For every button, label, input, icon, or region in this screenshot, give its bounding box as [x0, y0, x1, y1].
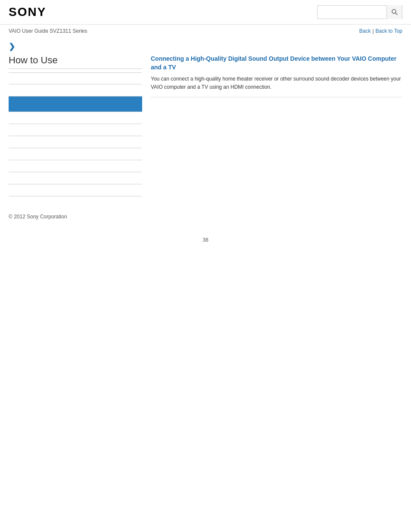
sidebar-item[interactable] — [9, 72, 142, 84]
footer: © 2012 Sony Corporation — [0, 205, 411, 224]
nav-links: Back | Back to Top — [359, 28, 402, 34]
search-box — [317, 5, 402, 19]
sub-header: VAIO User Guide SVZ1311 Series Back | Ba… — [0, 25, 411, 37]
article-content: Connecting a High-Quality Digital Sound … — [151, 42, 402, 196]
back-to-top-link[interactable]: Back to Top — [376, 28, 402, 34]
search-input[interactable] — [318, 6, 386, 19]
sidebar-item[interactable] — [9, 84, 142, 96]
sidebar-item[interactable] — [9, 124, 142, 136]
sidebar-item[interactable] — [9, 184, 142, 196]
sidebar-item[interactable] — [9, 112, 142, 124]
back-link[interactable]: Back — [359, 28, 371, 34]
page-header: SONY — [0, 0, 411, 25]
article-description: You can connect a high-quality home thea… — [151, 75, 402, 91]
search-button[interactable] — [386, 5, 402, 19]
content-divider — [151, 97, 402, 97]
sidebar-item[interactable] — [9, 148, 142, 160]
copyright-text: © 2012 Sony Corporation — [9, 214, 67, 220]
guide-title: VAIO User Guide SVZ1311 Series — [9, 28, 87, 34]
breadcrumb-arrow: ❯ — [9, 42, 142, 51]
search-icon — [391, 9, 398, 16]
sidebar-item[interactable] — [9, 136, 142, 148]
sony-logo: SONY — [9, 5, 46, 19]
page-number: 38 — [0, 237, 411, 252]
article-title[interactable]: Connecting a High-Quality Digital Sound … — [151, 55, 402, 72]
main-content: ❯ How to Use Connecting a High-Quality D… — [0, 37, 411, 205]
sidebar-item-active[interactable] — [9, 96, 142, 112]
sidebar-item[interactable] — [9, 172, 142, 184]
svg-line-1 — [395, 13, 397, 15]
sidebar-item[interactable] — [9, 160, 142, 172]
section-title: How to Use — [9, 55, 142, 69]
sidebar: ❯ How to Use — [9, 42, 142, 196]
nav-separator: | — [372, 28, 374, 34]
